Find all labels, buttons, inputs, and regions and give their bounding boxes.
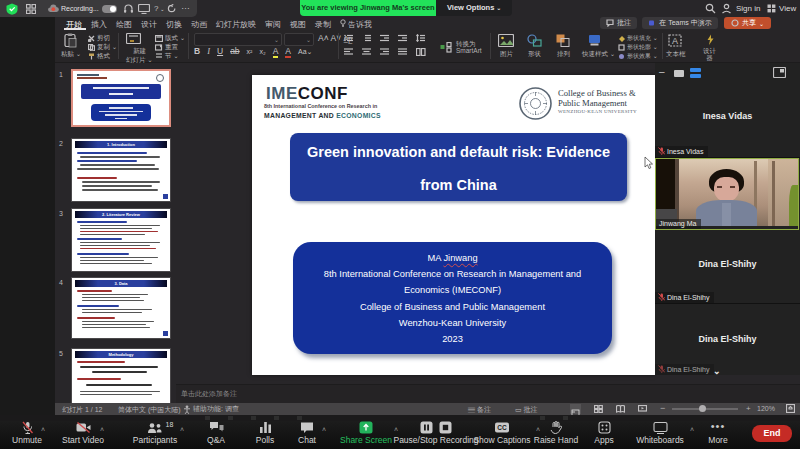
panel-gallery-view-icon[interactable] xyxy=(690,68,701,78)
arrange-label[interactable]: 排列 xyxy=(557,50,570,59)
cut-item[interactable]: 剪切 xyxy=(88,34,110,43)
more-button[interactable]: ••• More xyxy=(700,421,736,449)
ppt-view-grid-icon[interactable] xyxy=(767,4,776,13)
participants-button[interactable]: 18 Participants xyxy=(122,421,188,449)
status-comments-button[interactable]: ▭ 批注 xyxy=(515,405,538,415)
convert-smartart-item[interactable]: 转换为SmartArt xyxy=(440,40,482,54)
participant-tile-2[interactable]: Jinwang Ma xyxy=(655,158,799,230)
indent-increase-button[interactable] xyxy=(398,34,408,42)
justify-button[interactable] xyxy=(398,48,408,56)
more-options-icon[interactable]: … xyxy=(181,1,190,11)
chat-chevron[interactable]: ˄ xyxy=(322,426,326,433)
zoom-out-button[interactable]: − xyxy=(660,403,665,413)
indent-decrease-button[interactable] xyxy=(380,34,390,42)
shapes-icon[interactable] xyxy=(527,34,542,47)
font-name-dropdown[interactable]: ⌄ xyxy=(194,33,282,46)
whiteboards-button[interactable]: Whiteboards xyxy=(628,421,692,449)
whiteboards-chevron[interactable]: ˄ xyxy=(690,426,694,433)
participant-tile-4[interactable]: Dina El-Shihy Dina El-Shihy ⌄ xyxy=(655,304,800,375)
tab-transitions[interactable]: 切换 xyxy=(166,20,182,29)
text-box-label[interactable]: 文本框 xyxy=(666,50,686,59)
new-slide-label[interactable]: 新建幻灯片 ⌄ xyxy=(126,47,153,65)
thumbnail-slide-1[interactable] xyxy=(71,69,171,127)
paste-label[interactable]: 粘贴 ⌄ xyxy=(61,50,81,59)
start-video-chevron[interactable]: ˄ xyxy=(100,426,104,433)
view-options-dropdown[interactable]: View Options ⌄ xyxy=(436,0,512,16)
superscript-button[interactable]: x² xyxy=(247,48,253,55)
ppt-view-button[interactable]: View xyxy=(779,4,796,13)
font-size-dropdown[interactable]: ⌄ xyxy=(284,33,314,46)
end-button[interactable]: End xyxy=(752,425,792,442)
participant-tile-1[interactable]: Inesa Vidas Inesa Vidas xyxy=(655,85,800,158)
view-reading-button[interactable] xyxy=(616,405,625,413)
font-color-button[interactable]: A xyxy=(285,46,291,58)
tab-draw[interactable]: 绘图 xyxy=(116,20,132,29)
share-pill[interactable]: 共享⌄ xyxy=(724,17,771,29)
section-item[interactable]: 节 ⌄ xyxy=(155,52,179,61)
layout-item[interactable]: 版式 ⌄ xyxy=(155,34,185,43)
polls-button[interactable]: Polls xyxy=(246,421,284,449)
paste-icon[interactable] xyxy=(63,33,77,48)
participant-tile-3[interactable]: Dina El-Shihy Dina El-Shihy xyxy=(655,231,800,304)
panel-layout-icon[interactable] xyxy=(773,67,786,78)
zoom-slider-handle[interactable] xyxy=(699,405,706,412)
quick-styles-icon[interactable] xyxy=(588,34,602,47)
thumbnail-slide-2[interactable]: 1. Introduction xyxy=(71,138,171,202)
tab-design[interactable]: 设计 xyxy=(141,20,157,29)
view-slideshow-button[interactable] xyxy=(638,405,647,413)
ppt-search-icon[interactable] xyxy=(705,3,716,14)
view-sorter-button[interactable] xyxy=(594,405,603,413)
share-screen-mini-icon[interactable] xyxy=(138,4,150,14)
unmute-chevron[interactable]: ˄ xyxy=(41,426,45,433)
gallery-grid-icon[interactable] xyxy=(26,4,36,14)
fit-to-window-button[interactable] xyxy=(786,404,795,413)
picture-icon[interactable] xyxy=(498,34,514,47)
columns-button[interactable] xyxy=(416,48,426,56)
audio-settings-icon[interactable] xyxy=(123,3,134,14)
reset-item[interactable]: 重置 xyxy=(155,43,178,52)
thumbnail-slide-5[interactable]: Methodology xyxy=(71,348,171,405)
text-box-icon[interactable]: A xyxy=(668,34,682,47)
status-language[interactable]: 简体中文 (中国大陆) xyxy=(118,405,181,415)
bullets-button[interactable] xyxy=(344,34,354,42)
ppt-signin-button[interactable]: Sign in xyxy=(736,4,760,13)
recording-toggle[interactable] xyxy=(102,5,117,13)
security-shield-icon[interactable] xyxy=(6,3,18,15)
tab-animations[interactable]: 动画 xyxy=(191,20,207,29)
zoom-level[interactable]: 120% xyxy=(757,405,775,412)
more-participants-chevron[interactable]: ⌄ xyxy=(713,366,721,375)
arrange-icon[interactable] xyxy=(556,34,570,47)
numbering-button[interactable] xyxy=(362,34,372,42)
underline-button[interactable]: U xyxy=(217,46,223,56)
strikethrough-button[interactable]: ab xyxy=(230,46,239,56)
tab-view[interactable]: 视图 xyxy=(290,20,306,29)
italic-button[interactable]: I xyxy=(207,46,210,56)
new-slide-icon[interactable] xyxy=(126,33,141,46)
align-right-button[interactable] xyxy=(380,48,390,56)
chat-button[interactable]: Chat xyxy=(290,421,324,449)
status-accessibility[interactable]: 辅助功能: 调查 xyxy=(183,404,239,414)
status-notes-button[interactable]: ▤ 备注 xyxy=(468,405,491,415)
tab-slideshow[interactable]: 幻灯片放映 xyxy=(216,20,256,29)
align-center-button[interactable] xyxy=(362,48,372,56)
subscript-button[interactable]: x₂ xyxy=(259,48,265,55)
shape-effects-item[interactable]: 形状效果 ⌄ xyxy=(618,52,658,61)
ppt-account-icon[interactable] xyxy=(721,3,732,14)
zoom-in-button[interactable]: + xyxy=(746,404,751,413)
present-in-teams-pill[interactable]: 在 Teams 中演示 xyxy=(642,17,718,29)
tab-insert[interactable]: 插入 xyxy=(91,20,107,29)
designer-icon[interactable] xyxy=(705,34,716,46)
thumbnail-slide-4[interactable]: 3. Data xyxy=(71,277,171,339)
picture-label[interactable]: 图片 xyxy=(500,50,513,59)
refresh-icon[interactable] xyxy=(167,4,176,13)
participants-chevron[interactable]: ˄ xyxy=(180,426,184,433)
bold-button[interactable]: B xyxy=(194,46,200,56)
tab-record[interactable]: 录制 xyxy=(315,20,331,29)
tab-review[interactable]: 审阅 xyxy=(265,20,281,29)
copy-item[interactable]: 复制 ⌄ xyxy=(88,43,117,52)
thumbnail-slide-3[interactable]: 2. Literature Review xyxy=(71,208,171,272)
highlight-button[interactable]: A xyxy=(273,46,279,58)
panel-speaker-view-icon[interactable] xyxy=(674,70,684,77)
apps-button[interactable]: Apps xyxy=(586,421,622,449)
shape-fill-item[interactable]: 形状填充 ⌄ xyxy=(618,34,658,43)
